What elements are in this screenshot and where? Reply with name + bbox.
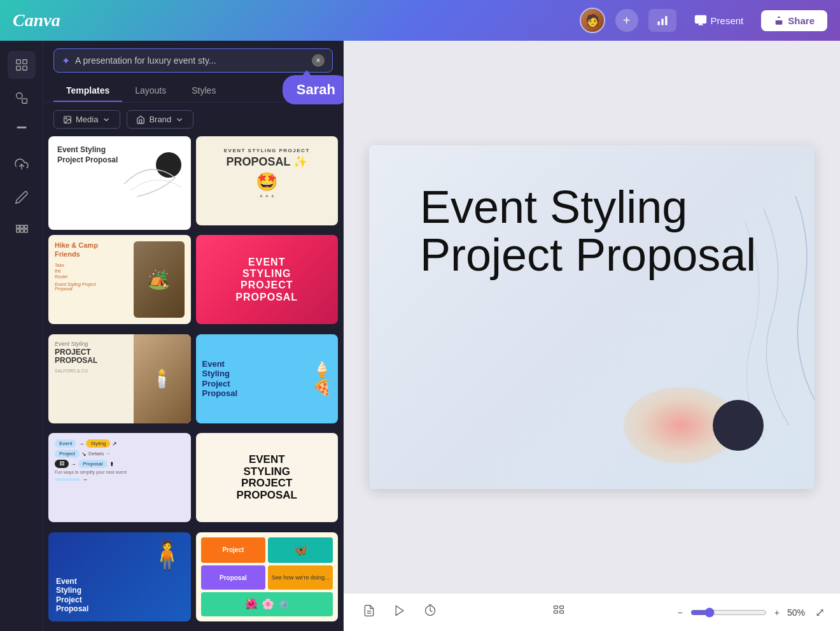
template-panel: ✦ × Sarah Templates Layouts Styles Media… <box>43 41 344 631</box>
template-row-7b: Project ↘ Details → <box>55 450 185 458</box>
svg-rect-5 <box>22 60 26 64</box>
svg-rect-13 <box>24 225 27 229</box>
template-cell-10e: 🌺🌸⚙️ <box>201 592 333 616</box>
template-card-2[interactable]: EVENT STYLING PROJECT PROPOSAL ✨ 🤩 ✦ ✦ ✦ <box>196 136 339 225</box>
tab-styles[interactable]: Styles <box>179 80 228 102</box>
search-icon: ✦ <box>62 55 70 67</box>
template-card-3[interactable]: Hike & CampFriends TaketheRoute! Event S… <box>48 235 191 324</box>
canva-logo: Canva <box>13 10 60 31</box>
template-sub-7: Fun ways to simplify your next event <box>55 470 185 474</box>
svg-rect-28 <box>560 611 564 613</box>
template-deco-1 <box>111 146 188 203</box>
template-person-9: 🧍 <box>150 539 185 572</box>
slides-grid-icon[interactable] <box>549 600 569 624</box>
template-card-1[interactable]: Event Styling Project Proposal <box>48 136 191 230</box>
upload-icon <box>15 157 29 171</box>
left-sidebar <box>0 41 43 631</box>
search-area: ✦ × Sarah <box>43 41 343 73</box>
avatar-image: 🧑 <box>581 9 604 32</box>
active-slide[interactable]: Event Styling Project Proposal <box>369 145 815 489</box>
filter-row: Media Brand <box>43 103 343 136</box>
zoom-slider[interactable] <box>690 607 767 618</box>
template-camp-text: Hike & CampFriends TaketheRoute! Event S… <box>55 241 130 318</box>
sidebar-item-elements[interactable] <box>8 51 36 79</box>
svg-point-18 <box>66 118 67 119</box>
template-label-2a: EVENT STYLING PROJECT <box>202 148 332 153</box>
timer-icon[interactable] <box>420 600 440 624</box>
present-button[interactable]: Present <box>687 9 752 32</box>
svg-rect-4 <box>16 60 20 64</box>
apps-icon <box>15 223 29 238</box>
template-beige-image: 🕯️ <box>134 334 191 423</box>
template-camp-image: 🏕️ <box>134 241 185 318</box>
template-card-5[interactable]: Event Styling PROJECTPROPOSAL SALFORD & … <box>48 334 191 423</box>
template-cell-10d: See how we're doing... <box>268 565 333 590</box>
zoom-minus[interactable]: − <box>678 607 683 618</box>
template-label-6: EventStylingProjectProposal <box>202 359 308 399</box>
play-icon[interactable] <box>389 600 410 624</box>
svg-rect-15 <box>20 229 24 232</box>
canvas-area: Event Styling Project Proposal <box>344 41 840 631</box>
analytics-icon <box>656 14 669 27</box>
template-row-7c: 🖼 → Proposal ⬆ <box>55 460 185 468</box>
sidebar-item-shapes[interactable] <box>8 84 36 112</box>
zoom-percentage: 50% <box>787 607 805 618</box>
search-clear-button[interactable]: × <box>312 54 325 67</box>
template-row-7d: → <box>55 476 185 483</box>
svg-rect-0 <box>657 22 659 25</box>
template-row-7a: Event → Styling ↗ <box>55 439 185 448</box>
shapes-icon <box>15 91 29 105</box>
add-button[interactable]: + <box>615 9 638 32</box>
share-button[interactable]: Share <box>761 10 827 31</box>
svg-rect-3 <box>695 16 706 24</box>
template-label-8: EVENTSTYLINGPROJECTPROPOSAL <box>237 454 297 502</box>
template-label-2b: PROPOSAL ✨ <box>202 156 332 169</box>
template-card-6[interactable]: EventStylingProjectProposal 🍦🍕 <box>196 334 339 423</box>
search-input[interactable] <box>75 55 307 66</box>
template-cell-10a: Project <box>201 537 266 564</box>
svg-rect-9 <box>22 99 26 103</box>
zoom-bar: − + 50% <box>678 607 805 618</box>
search-bar: ✦ × <box>53 48 333 73</box>
template-emoji-6: 🍦🍕 <box>312 361 332 397</box>
template-beige-text: Event Styling PROJECTPROPOSAL SALFORD & … <box>48 334 134 423</box>
template-card-4[interactable]: EVENTSTYLINGPROJECTPROPOSAL <box>196 235 339 324</box>
expand-button[interactable]: ⤢ <box>815 606 825 620</box>
top-navigation: Canva 🧑 + Present Share <box>0 0 840 41</box>
svg-rect-26 <box>560 606 564 609</box>
svg-rect-12 <box>20 225 24 229</box>
brand-filter-button[interactable]: Brand <box>127 110 193 129</box>
svg-rect-7 <box>22 66 26 70</box>
tab-templates[interactable]: Templates <box>53 80 122 102</box>
tab-layouts[interactable]: Layouts <box>122 80 179 102</box>
svg-rect-25 <box>554 606 558 609</box>
nav-right: 🧑 + Present Share <box>580 8 827 33</box>
template-card-10[interactable]: Project 🦋 Proposal See how we're doing..… <box>196 532 339 621</box>
share-icon <box>774 15 784 25</box>
template-card-9[interactable]: EventStylingProjectProposal 🧍 <box>48 532 191 621</box>
chevron-down-2-icon <box>175 115 184 124</box>
template-label-4: EVENTSTYLINGPROJECTPROPOSAL <box>235 257 298 304</box>
sidebar-item-apps[interactable] <box>8 216 36 245</box>
chevron-down-icon <box>102 115 111 124</box>
svg-rect-27 <box>554 611 558 613</box>
svg-rect-14 <box>16 229 19 232</box>
canvas-workspace: Event Styling Project Proposal <box>344 41 840 593</box>
sidebar-item-draw[interactable] <box>8 183 36 211</box>
analytics-button[interactable] <box>648 9 676 32</box>
template-card-8[interactable]: EVENTSTYLINGPROJECTPROPOSAL <box>196 433 339 522</box>
media-filter-button[interactable]: Media <box>53 110 120 129</box>
svg-point-8 <box>16 93 22 99</box>
user-avatar[interactable]: 🧑 <box>580 8 605 33</box>
template-card-7[interactable]: Event → Styling ↗ Project ↘ Details → 🖼 … <box>48 433 191 522</box>
svg-rect-1 <box>661 19 663 25</box>
bottom-bar: − + 50% ⤢ <box>344 593 840 631</box>
notes-icon[interactable] <box>359 600 379 624</box>
sidebar-item-uploads[interactable] <box>8 150 36 178</box>
zoom-plus[interactable]: + <box>774 607 780 618</box>
present-icon <box>694 14 707 27</box>
template-grid: Event Styling Project Proposal EVENT STY… <box>43 136 343 631</box>
sidebar-item-text[interactable] <box>8 117 36 145</box>
tooltip-sarah: Sarah <box>283 75 344 104</box>
template-cell-10b: 🦋 <box>268 537 333 564</box>
